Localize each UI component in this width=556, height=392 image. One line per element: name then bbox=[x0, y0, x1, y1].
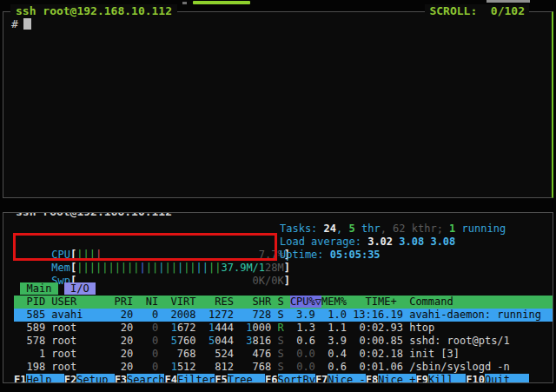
text-segment bbox=[158, 361, 170, 373]
text-segment: Load average: bbox=[280, 236, 367, 248]
text-segment: 5 bbox=[348, 223, 354, 235]
fkey-nice-minus[interactable]: Nice - bbox=[328, 374, 365, 383]
tasks-stat: Tasks: 24, 5 thr, 62 kthr; 1 running bbox=[280, 223, 506, 236]
text-segment: 1 bbox=[171, 361, 177, 373]
text-segment: 760 bbox=[177, 335, 208, 347]
top-edge-gray-strip bbox=[486, 0, 530, 3]
text-segment bbox=[284, 361, 296, 373]
uptime-stat: Uptime: 05:05:35 bbox=[280, 249, 381, 262]
text-segment bbox=[158, 322, 170, 334]
terminal-pane-bottom[interactable]: ssh root@192.168.10.112 Tasks: 24, 5 thr… bbox=[3, 212, 553, 383]
fkey-f5: F5 bbox=[215, 374, 227, 383]
function-key-bar: F1Help F2Setup F3SearchF4FilterF5Tree F6… bbox=[14, 374, 553, 383]
terminal-cursor bbox=[23, 18, 31, 30]
tab-io[interactable]: I/O bbox=[64, 282, 96, 295]
fkey-f4: F4 bbox=[164, 374, 176, 383]
process-row[interactable]: 198 root 20 0 1512 812 768 S 0.0 0.6 0:0… bbox=[14, 361, 553, 374]
shell-prompt-line[interactable]: # bbox=[11, 17, 552, 30]
fkey-filter[interactable]: Filter bbox=[177, 374, 215, 383]
pane-title-bottom: ssh root@192.168.10.112 bbox=[10, 212, 177, 219]
text-segment: 044 bbox=[215, 335, 246, 347]
fkey-kill[interactable]: Kill bbox=[428, 374, 466, 383]
text-segment: 1 bbox=[246, 322, 252, 334]
text-segment: 1 bbox=[171, 322, 177, 334]
fkey-f7: F7 bbox=[315, 374, 328, 383]
fkey-setup[interactable]: Setup bbox=[76, 374, 114, 383]
fkey-f1: F1 bbox=[14, 374, 26, 383]
process-row[interactable]: 1 root 20 0 768 524 476 S 0.0 0.4 0:02.1… bbox=[14, 348, 553, 361]
text-segment bbox=[158, 335, 170, 347]
swap-meter: Uptime: 05:05:35 Swp[ 0K/0K] bbox=[14, 249, 553, 262]
text-segment: 444 bbox=[215, 322, 246, 334]
tab-main[interactable]: Main bbox=[20, 282, 57, 295]
pane-title-top: ssh root@192.168.10.112 bbox=[10, 4, 177, 18]
text-segment: 512 812 768 bbox=[177, 361, 278, 373]
text-segment: 0.0 bbox=[296, 348, 315, 360]
text-segment: 3.08 bbox=[399, 236, 430, 248]
text-segment: 589 root 20 bbox=[14, 322, 152, 334]
text-segment: 3.08 bbox=[430, 236, 455, 248]
terminal-pane-top[interactable]: ssh root@192.168.10.112 SCROLL: 0/102 # bbox=[3, 11, 553, 198]
text-segment: Uptime: bbox=[280, 249, 330, 261]
text-segment: running bbox=[455, 223, 506, 235]
text-segment: 1 root 20 bbox=[14, 348, 152, 360]
scroll-indicator: SCROLL: 0/102 bbox=[425, 4, 529, 18]
fkey-quit[interactable]: Quit bbox=[485, 374, 529, 383]
fkey-f8: F8 bbox=[366, 374, 378, 383]
top-edge-green-strip bbox=[193, 1, 250, 4]
htop-screen: Tasks: 24, 5 thr, 62 kthr; 1 running CPU… bbox=[3, 223, 553, 383]
text-segment: 000 bbox=[253, 322, 278, 334]
text-segment: 0.6 3.9 0:00.85 sshd: root@pts/1 bbox=[284, 335, 510, 347]
text-segment: 578 root 20 bbox=[14, 335, 152, 347]
fkey-f10: F10 bbox=[466, 374, 485, 383]
text-segment: 5 bbox=[171, 335, 177, 347]
text-segment bbox=[58, 282, 64, 295]
text-segment: 24 bbox=[324, 223, 336, 235]
text-segment: 05:05:35 bbox=[330, 249, 381, 261]
cpu-meter: Tasks: 24, 5 thr, 62 kthr; 1 running CPU… bbox=[14, 223, 553, 236]
text-segment: 0.4 0:02.18 init [3] bbox=[315, 348, 460, 360]
text-segment: 1.3 1.1 0:02.93 htop bbox=[284, 322, 434, 334]
fkey-f6: F6 bbox=[265, 374, 277, 383]
text-segment: 816 bbox=[253, 335, 278, 347]
text-segment: , 62 kthr; bbox=[381, 223, 449, 235]
fkey-tree[interactable]: Tree bbox=[228, 374, 265, 383]
shell-prompt: # bbox=[11, 17, 18, 30]
top-edge-gray-dot bbox=[182, 2, 187, 4]
table-header[interactable]: PID USER PRI NI VIRT RES SHR S CPU%▽MEM%… bbox=[14, 296, 553, 309]
text-segment: 585 avahi 20 0 2008 1272 728 S 3.9 1.0 1… bbox=[14, 309, 541, 321]
text-segment: 672 bbox=[177, 322, 208, 334]
text-segment: 768 524 476 bbox=[158, 348, 277, 360]
text-segment: PID USER PRI NI VIRT RES SHR S bbox=[14, 296, 290, 308]
fkey-search[interactable]: Search bbox=[127, 374, 164, 383]
text-segment: 0.6 0:01.06 /sbin/syslogd -n bbox=[315, 361, 510, 373]
fkey-nice-plus[interactable]: Nice + bbox=[378, 374, 415, 383]
text-segment: , bbox=[336, 223, 348, 235]
screenshot-root: { "colors": { "pane_title_green": "#8fc8… bbox=[0, 0, 556, 392]
mem-meter: Load average: 3.02 3.08 3.08 Mem[|||||||… bbox=[14, 236, 553, 249]
htop-tabs: Main I/O bbox=[14, 282, 553, 296]
text-segment: Tasks: bbox=[280, 223, 324, 235]
load-average-stat: Load average: 3.02 3.08 3.08 bbox=[280, 236, 455, 249]
fkey-f3: F3 bbox=[115, 374, 127, 383]
text-segment: MEM% TIME+ Command bbox=[321, 296, 453, 308]
spacer-line bbox=[14, 262, 553, 282]
text-segment: 3 bbox=[246, 335, 252, 347]
text-segment: S bbox=[277, 361, 283, 373]
text-segment: R bbox=[278, 322, 284, 334]
text-segment: 3.02 bbox=[367, 236, 399, 248]
fkey-f2: F2 bbox=[64, 374, 76, 383]
process-row[interactable]: 578 root 20 0 5760 5044 3816 S 0.6 3.9 0… bbox=[14, 335, 553, 348]
fkey-sortby[interactable]: SortBy bbox=[278, 374, 315, 383]
process-row[interactable]: 585 avahi 20 0 2008 1272 728 S 3.9 1.0 1… bbox=[14, 309, 553, 322]
text-segment: 198 root 20 bbox=[14, 361, 152, 373]
fkey-f9: F9 bbox=[416, 374, 428, 383]
text-segment: thr bbox=[355, 223, 381, 235]
process-row[interactable]: 589 root 20 0 1672 1444 1000 R 1.3 1.1 0… bbox=[14, 322, 553, 335]
text-segment bbox=[284, 348, 296, 360]
text-segment: 0.0 bbox=[296, 361, 315, 373]
text-segment: S bbox=[278, 335, 284, 347]
sort-column-cpu[interactable]: CPU%▽ bbox=[290, 296, 321, 308]
text-segment: S bbox=[277, 348, 283, 360]
fkey-help[interactable]: Help bbox=[26, 374, 63, 383]
